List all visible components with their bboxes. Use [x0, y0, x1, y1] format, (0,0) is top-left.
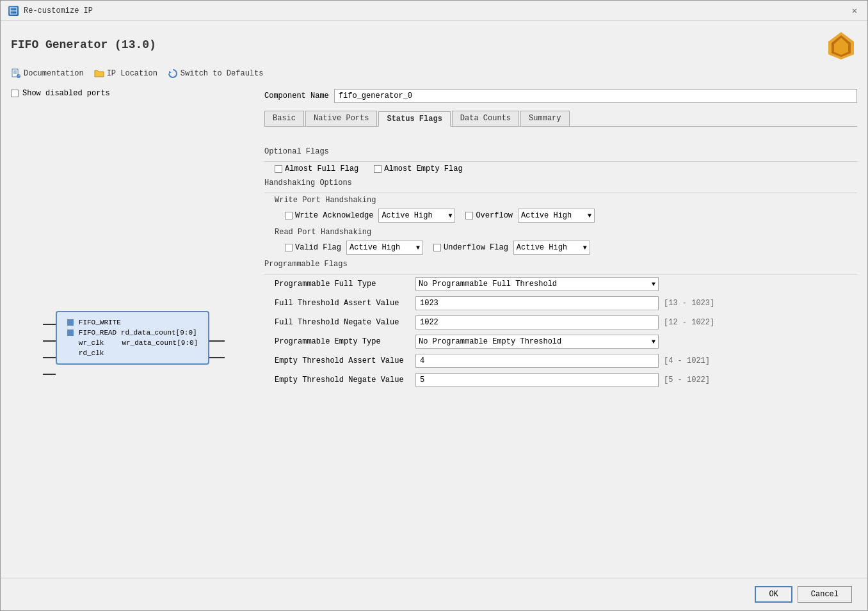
prog-full-type-dropdown[interactable]: No Programmable Full Threshold ▼	[415, 277, 659, 291]
write-port-row: Write Acknowledge Active High ▼ Overflow…	[264, 209, 857, 223]
read-port-title: Read Port Handshaking	[264, 228, 857, 237]
component-name-input[interactable]	[334, 89, 857, 103]
full-negate-label: Full Threshold Negate Value	[275, 318, 415, 327]
svg-text:?: ?	[18, 75, 20, 79]
programmable-flags-title: Programmable Flags	[264, 260, 857, 269]
folder-icon	[94, 68, 104, 79]
vivado-logo	[825, 29, 857, 61]
ip-location-button[interactable]: IP Location	[94, 68, 157, 79]
tab-native-ports[interactable]: Native Ports	[305, 111, 377, 126]
handshaking-divider	[264, 193, 857, 193]
full-negate-row: Full Threshold Negate Value [12 - 1022]	[264, 315, 857, 329]
fifo-write-line-left	[43, 324, 56, 325]
footer: OK Cancel	[1, 578, 867, 610]
almost-full-checkbox[interactable]	[275, 165, 282, 173]
prog-empty-type-dropdown[interactable]: No Programmable Empty Threshold ▼	[415, 335, 659, 349]
empty-assert-range: [4 - 1021]	[664, 356, 710, 365]
optional-flags-title: Optional Flags	[264, 147, 857, 156]
handshaking-section: Handshaking Options Write Port Handshaki…	[264, 179, 857, 255]
overflow-checkbox[interactable]	[465, 212, 473, 219]
left-panel: Show disabled ports FIFO_W	[11, 89, 254, 573]
ok-button[interactable]: OK	[755, 586, 792, 603]
underflow-flag-checkbox[interactable]	[433, 244, 441, 251]
prog-empty-type-label: Programmable Empty Type	[275, 337, 415, 346]
write-acknowledge-checkbox[interactable]	[285, 212, 293, 219]
almost-empty-label[interactable]: Almost Empty Flag	[374, 164, 462, 173]
empty-negate-input[interactable]	[415, 373, 659, 387]
overflow-label[interactable]: Overflow	[465, 211, 513, 220]
component-canvas: FIFO_WRITE FIFO_READ rd_data_count[9:0] …	[11, 103, 254, 573]
underflow-flag-dropdown[interactable]: Active High ▼	[513, 241, 590, 255]
fifo-block: FIFO_WRITE FIFO_READ rd_data_count[9:0] …	[56, 311, 209, 365]
wr-clk-label: wr_clk	[79, 339, 104, 347]
prog-full-type-label: Programmable Full Type	[275, 280, 415, 289]
overflow-dropdown[interactable]: Active High ▼	[518, 209, 595, 223]
underflow-flag-label[interactable]: Underflow Flag	[433, 243, 508, 252]
optional-flags-row: Almost Full Flag Almost Empty Flag	[264, 164, 857, 173]
overflow-arrow: ▼	[588, 212, 591, 219]
write-port-title: Write Port Handshaking	[264, 196, 857, 205]
fifo-read-port: FIFO_READ rd_data_count[9:0]	[67, 328, 198, 338]
switch-defaults-label: Switch to Defaults	[181, 69, 264, 78]
empty-negate-range: [5 - 1022]	[664, 376, 710, 385]
handshaking-title: Handshaking Options	[264, 179, 857, 187]
documentation-button[interactable]: ? Documentation	[11, 68, 84, 79]
write-acknowledge-dropdown[interactable]: Active High ▼	[378, 209, 455, 223]
empty-assert-row: Empty Threshold Assert Value [4 - 1021]	[264, 354, 857, 368]
underflow-flag-value: Active High	[517, 243, 567, 252]
tabs-container: Basic Native Ports Status Flags Data Cou…	[264, 111, 857, 127]
almost-empty-checkbox[interactable]	[374, 165, 382, 173]
app-header: FIFO Generator (13.0)	[1, 21, 867, 66]
switch-defaults-button[interactable]: Switch to Defaults	[168, 68, 264, 79]
prog-full-type-value: No Programmable Full Threshold	[419, 280, 557, 289]
fifo-write-label: FIFO_WRITE	[79, 319, 121, 326]
fifo-read-line-left	[43, 340, 56, 342]
title-bar-left: Re-customize IP	[8, 6, 93, 16]
tab-basic[interactable]: Basic	[264, 111, 304, 126]
toolbar: ? Documentation IP Location Switch to De…	[1, 66, 867, 84]
fifo-write-connector	[67, 319, 74, 326]
tab-content-status-flags: Optional Flags Almost Full Flag Almost E…	[264, 137, 857, 573]
component-name-row: Component Name	[264, 89, 857, 103]
rd-clk-line-left	[43, 374, 56, 375]
ip-location-label: IP Location	[107, 69, 157, 78]
empty-negate-label: Empty Threshold Negate Value	[275, 376, 415, 385]
show-disabled-label: Show disabled ports	[22, 89, 110, 98]
optional-flags-section: Optional Flags Almost Full Flag Almost E…	[264, 147, 857, 173]
show-disabled-row: Show disabled ports	[11, 89, 254, 98]
full-negate-input[interactable]	[415, 315, 659, 329]
full-assert-input[interactable]	[415, 296, 659, 310]
full-assert-row: Full Threshold Assert Value [13 - 1023]	[264, 296, 857, 310]
wr-clk-port: wr_clk wr_data_count[9:0]	[67, 338, 198, 348]
valid-flag-dropdown[interactable]: Active High ▼	[346, 241, 423, 255]
app-title: FIFO Generator (13.0)	[11, 38, 156, 51]
tab-data-counts[interactable]: Data Counts	[452, 111, 519, 126]
prog-empty-type-value: No Programmable Empty Threshold	[419, 337, 561, 346]
right-panel: Component Name Basic Native Ports Status…	[264, 89, 857, 573]
write-acknowledge-label[interactable]: Write Acknowledge	[285, 211, 373, 220]
close-button[interactable]: ✕	[849, 6, 860, 16]
show-disabled-checkbox[interactable]	[11, 90, 19, 97]
valid-flag-checkbox[interactable]	[285, 244, 293, 251]
prog-full-type-arrow: ▼	[652, 281, 655, 288]
fifo-read-label: FIFO_READ rd_data_count[9:0]	[79, 329, 197, 337]
refresh-icon	[168, 68, 178, 79]
full-assert-range: [13 - 1023]	[664, 299, 714, 308]
full-assert-label: Full Threshold Assert Value	[275, 299, 415, 308]
main-content: Show disabled ports FIFO_W	[1, 84, 867, 578]
almost-full-label[interactable]: Almost Full Flag	[275, 164, 358, 173]
empty-assert-input[interactable]	[415, 354, 659, 368]
window-title: Re-customize IP	[24, 6, 93, 15]
full-negate-range: [12 - 1022]	[664, 318, 714, 327]
tab-summary[interactable]: Summary	[520, 111, 569, 126]
component-name-label: Component Name	[264, 91, 329, 100]
valid-flag-arrow: ▼	[416, 244, 420, 251]
read-port-row: Valid Flag Active High ▼ Underflow Flag …	[264, 241, 857, 255]
write-acknowledge-arrow: ▼	[448, 212, 452, 219]
optional-flags-divider	[264, 161, 857, 162]
cancel-button[interactable]: Cancel	[798, 586, 852, 603]
underflow-flag-arrow: ▼	[583, 244, 587, 251]
valid-flag-label[interactable]: Valid Flag	[285, 243, 341, 252]
tab-status-flags[interactable]: Status Flags	[378, 111, 450, 127]
wr-data-count-label: wr_data_count[9:0]	[122, 339, 198, 347]
